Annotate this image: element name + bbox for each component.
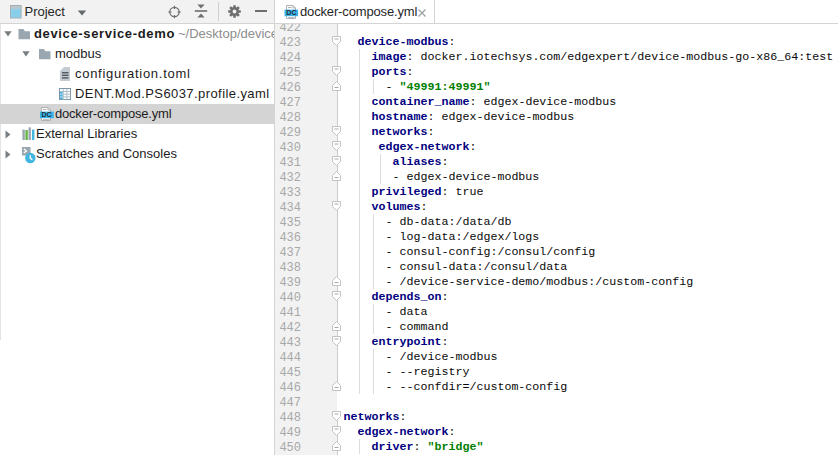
svg-text:DC: DC [41, 111, 51, 118]
svg-text:DC: DC [286, 9, 296, 16]
